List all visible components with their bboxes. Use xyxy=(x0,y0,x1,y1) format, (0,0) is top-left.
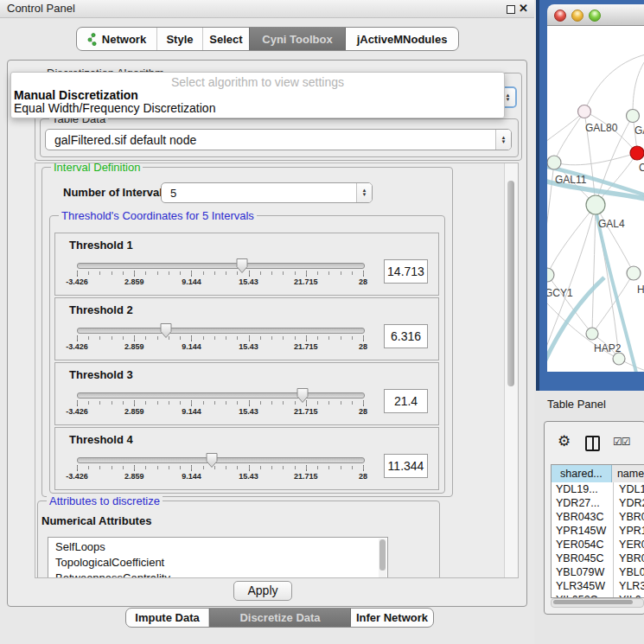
float-window-icon[interactable] xyxy=(507,5,515,14)
tab-cyni-toolbox-label: Cyni Toolbox xyxy=(262,33,332,46)
slider-track[interactable] xyxy=(77,263,365,269)
tab-select[interactable]: Select xyxy=(203,28,249,50)
slider-scale-labels: -3.426 2.859 9.144 15.43 21.715 28 xyxy=(77,472,363,482)
columns-icon[interactable] xyxy=(585,436,600,451)
slider-minor-ticks xyxy=(77,401,364,405)
threshold-1-value-field[interactable]: 14.713 xyxy=(384,259,428,284)
close-icon[interactable]: ✕ xyxy=(519,1,528,16)
control-panel-tabbar: Network Style Select Cyni Toolbox jActiv… xyxy=(76,27,459,51)
settings-vertical-scrollbar[interactable] xyxy=(504,163,519,577)
slider-thumb[interactable] xyxy=(235,258,248,274)
node-top-right xyxy=(627,110,640,123)
thresholds-group-title: Threshold's Coordinates for 5 Intervals xyxy=(59,209,257,222)
minimize-traffic-light-icon[interactable] xyxy=(571,10,583,22)
number-of-intervals-label: Number of Intervals xyxy=(63,186,169,199)
application-window: Control Panel ✕ Network Style Select xyxy=(0,0,644,644)
threshold-3-panel: Threshold 3 -3.426 2.859 9.144 15.43 21.… xyxy=(54,362,439,425)
node-gal11 xyxy=(547,156,561,169)
threshold-1-slider[interactable]: -3.426 2.859 9.144 15.43 21.715 28 xyxy=(77,233,363,295)
column-header-name[interactable]: name xyxy=(612,465,644,482)
tab-network[interactable]: Network xyxy=(77,28,157,50)
attributes-list-scrollbar[interactable] xyxy=(379,539,386,578)
node-label-gal80: GAL80 xyxy=(585,122,618,134)
node-h xyxy=(627,266,641,280)
apply-button[interactable]: Apply xyxy=(233,581,292,601)
control-panel-titlebar: Control Panel ✕ xyxy=(0,0,534,18)
node-label-gal4: GAL4 xyxy=(598,218,625,230)
threshold-1-panel: Threshold 1 -3.426 2.859 9.144 15.43 21.… xyxy=(54,233,439,296)
select-columns-checkboxes-icon[interactable]: ☑☑ xyxy=(613,436,630,448)
slider-track[interactable] xyxy=(77,328,365,334)
slider-track[interactable] xyxy=(77,392,365,399)
table-header-row: shared... name xyxy=(552,465,644,482)
slider-thumb[interactable] xyxy=(159,322,172,339)
slider-thumb[interactable] xyxy=(205,452,218,469)
slider-minor-ticks xyxy=(77,271,364,275)
table-row[interactable]: YDL19... YDL1 xyxy=(552,482,644,496)
close-traffic-light-icon[interactable] xyxy=(554,10,566,22)
table-data-combobox-value: galFiltered.sif default node xyxy=(46,133,495,147)
table-row[interactable]: YLR345W YLR3 xyxy=(552,579,644,593)
number-of-intervals-combobox[interactable]: 5 ▲▼ xyxy=(161,182,373,203)
scrollbar-thumb[interactable] xyxy=(507,181,514,386)
popup-option-manual-discretization[interactable]: Manual Discretization xyxy=(11,89,504,102)
tab-impute-data-label: Impute Data xyxy=(135,611,199,624)
tab-impute-data[interactable]: Impute Data xyxy=(126,609,209,627)
list-item[interactable]: BetweennessCentrality xyxy=(48,571,387,578)
zoom-traffic-light-icon[interactable] xyxy=(589,10,601,22)
node-red xyxy=(630,146,644,160)
threshold-4-value-field[interactable]: 11.344 xyxy=(384,454,428,478)
table-row[interactable]: YBR043C YBR0 xyxy=(552,510,644,524)
threshold-4-panel: Threshold 4 -3.426 2.859 9.144 15.43 21.… xyxy=(54,427,439,490)
slider-thumb[interactable] xyxy=(296,387,309,404)
gear-icon[interactable]: ⚙ xyxy=(558,432,571,450)
list-item[interactable]: TopologicalCoefficient xyxy=(48,555,387,571)
node-table: shared... name YDL19... YDL1 YDR27... YD… xyxy=(551,464,644,598)
node-gal4 xyxy=(586,195,605,214)
algorithm-placeholder: Select algorithm to view settings xyxy=(11,73,504,89)
threshold-2-slider[interactable]: -3.426 2.859 9.144 15.43 21.715 28 xyxy=(77,298,363,360)
table-row[interactable]: YDR27... YDR2 xyxy=(552,496,644,510)
network-canvas[interactable]: GAL80 GA C GAL11 GAL4 GCY1 H HAP2 xyxy=(547,25,644,372)
threshold-2-panel: Threshold 2 -3.426 2.859 9.144 15.43 21.… xyxy=(54,297,439,360)
tab-discretize-data[interactable]: Discretize Data xyxy=(209,609,351,627)
tab-style-label: Style xyxy=(166,33,193,46)
tab-infer-network[interactable]: Infer Network xyxy=(351,609,433,627)
node-label-gal11: GAL11 xyxy=(555,174,587,186)
slider-minor-ticks xyxy=(77,466,364,469)
popup-option-equal-width-frequency[interactable]: Equal Width/Frequency Discretization xyxy=(11,102,504,115)
combo-spinner-icon[interactable]: ▲▼ xyxy=(495,130,511,150)
node-hap2 xyxy=(586,328,598,340)
table-row[interactable]: YPR145W YPR1 xyxy=(552,524,644,538)
slider-minor-ticks xyxy=(77,336,364,340)
attributes-group-title: Attributes to discretize xyxy=(47,494,163,507)
numerical-attributes-list[interactable]: SelfLoops TopologicalCoefficient Between… xyxy=(48,537,388,578)
table-panel-title: Table Panel xyxy=(547,396,606,413)
column-header-shared-name[interactable]: shared... xyxy=(552,465,612,482)
network-graph: GAL80 GA C GAL11 GAL4 GCY1 H HAP2 xyxy=(547,25,644,372)
threshold-2-value-field[interactable]: 6.316 xyxy=(384,324,428,348)
threshold-3-value-field[interactable]: 21.4 xyxy=(384,389,428,413)
table-data-combobox[interactable]: galFiltered.sif default node ▲▼ xyxy=(45,129,512,150)
algorithm-dropdown-popup: Select algorithm to view settings Manual… xyxy=(10,72,505,118)
threshold-4-slider[interactable]: -3.426 2.859 9.144 15.43 21.715 28 xyxy=(77,428,363,489)
tab-jactivemnodules[interactable]: jActiveMNodules xyxy=(346,28,458,50)
scrollbar-thumb[interactable] xyxy=(553,600,633,604)
table-row[interactable]: YBL079W YBL0 xyxy=(552,565,644,579)
table-horizontal-scrollbar[interactable] xyxy=(551,598,644,608)
tab-discretize-data-label: Discretize Data xyxy=(239,611,320,624)
slider-scale-labels: -3.426 2.859 9.144 15.43 21.715 28 xyxy=(77,342,363,353)
network-window-titlebar[interactable] xyxy=(547,4,644,26)
table-row[interactable]: YBR045C YBR0 xyxy=(552,552,644,565)
list-item[interactable]: SelfLoops xyxy=(48,538,387,555)
threshold-3-slider[interactable]: -3.426 2.859 9.144 15.43 21.715 28 xyxy=(77,363,363,424)
number-of-intervals-value: 5 xyxy=(162,187,356,200)
table-row[interactable]: YER054C YER0 xyxy=(552,538,644,552)
tab-style[interactable]: Style xyxy=(157,28,203,50)
slider-track[interactable] xyxy=(77,457,365,463)
node-label-hap2: HAP2 xyxy=(594,342,622,354)
combo-spinner-icon[interactable]: ▲▼ xyxy=(356,183,372,202)
cyni-bottom-tabbar: Impute Data Discretize Data Infer Networ… xyxy=(125,608,434,628)
node-label-ga: GA xyxy=(634,124,644,137)
tab-cyni-toolbox[interactable]: Cyni Toolbox xyxy=(249,28,346,50)
